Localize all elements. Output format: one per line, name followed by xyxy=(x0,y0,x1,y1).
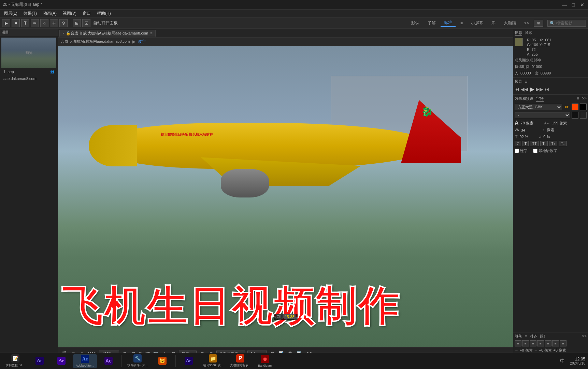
tab-audio[interactable]: 音频 xyxy=(525,30,532,36)
preview-forward[interactable]: ▶▶ xyxy=(536,86,543,92)
para-extra-icon[interactable]: >> xyxy=(582,334,587,339)
tab-effects[interactable]: 效果和预设 xyxy=(515,96,533,101)
taskbar-item-ae4[interactable]: Ae xyxy=(98,356,119,366)
tab-close-icon[interactable]: × xyxy=(62,31,64,35)
tab-align[interactable]: 对齐 xyxy=(530,334,537,339)
tool-extra[interactable]: ⊞ xyxy=(73,19,81,27)
menu-item-t[interactable]: 效果(T) xyxy=(21,10,40,17)
ligatures-checkbox[interactable]: 连字 xyxy=(515,148,528,153)
menu-item-h[interactable]: 帮助(H) xyxy=(94,10,114,17)
hindi-checkbox[interactable]: 印地语数字 xyxy=(533,148,557,153)
preview-panel-menu-icon[interactable]: ≡ xyxy=(525,79,527,84)
composition-tab[interactable]: × 🔒 合成 合成 大咖猫AE模板网aae.dakamao8.com ≡ xyxy=(59,30,156,37)
preview-viewport[interactable]: 祝大咖猫生日快乐 顺风顺水顺财神 🐉 飞机生日视频制作 CII 15-33 xyxy=(58,46,513,347)
tab-menu[interactable]: ≡ xyxy=(457,20,466,26)
tab-dakamao[interactable]: 大咖猫 xyxy=(500,19,519,27)
tab-para-menu[interactable]: ≡ xyxy=(525,334,527,339)
align-justify-all[interactable]: ≡ xyxy=(560,340,567,346)
tracking-value[interactable]: 159 像素 xyxy=(552,121,567,126)
tab-standard[interactable]: 标准 xyxy=(441,19,456,27)
indent-right2-value[interactable]: +0 像素 xyxy=(553,348,566,353)
preview-to-end[interactable]: ⏭ xyxy=(545,86,549,92)
align-left[interactable]: ≡ xyxy=(515,340,521,346)
tool-rect[interactable]: ■ xyxy=(12,19,20,27)
bandicam-icon: ⏺ xyxy=(261,355,269,363)
menu-item-[interactable]: 窗口 xyxy=(80,10,94,17)
timecode-c11: CII xyxy=(275,314,282,319)
indent-right-value[interactable]: +0 像素 xyxy=(539,348,552,353)
preview-play[interactable]: ▶ xyxy=(530,85,534,93)
effects-menu-icon[interactable]: ≡ xyxy=(577,96,579,101)
menu-item-v[interactable]: 视图(V) xyxy=(60,10,79,17)
taskbar-item-ae1[interactable]: Ae xyxy=(29,356,50,366)
tool-select[interactable]: ▶ xyxy=(2,19,10,27)
toolbar-separator xyxy=(70,20,70,27)
minimize-button[interactable]: — xyxy=(561,2,568,8)
font-name-select[interactable]: 方正大黑_GBK xyxy=(515,104,562,110)
style-super[interactable]: T↑ xyxy=(549,141,557,146)
taskbar-item-folder[interactable]: 📁 编号3308: 黄... xyxy=(200,354,226,368)
font-color-swatch[interactable] xyxy=(572,104,578,110)
tab-learn[interactable]: 了解 xyxy=(424,19,439,27)
align-justify-right[interactable]: ≡ xyxy=(552,340,559,346)
preview-to-start[interactable]: ⏮ xyxy=(515,86,519,92)
tab-paragraph[interactable]: 段落 xyxy=(515,334,522,339)
workspace-icon[interactable]: ⊞ xyxy=(534,20,543,27)
size-value[interactable]: 78 像素 xyxy=(521,121,533,126)
close-button[interactable]: ✕ xyxy=(579,2,585,8)
tab-info[interactable]: 信息 xyxy=(515,30,522,36)
tool-shape[interactable]: ◇ xyxy=(40,19,48,27)
color-chip2[interactable] xyxy=(580,112,587,119)
color-chip1[interactable] xyxy=(572,112,578,119)
indent-left-value[interactable]: +0 像素 xyxy=(520,348,533,353)
maximize-button[interactable]: □ xyxy=(570,2,576,8)
font-stroke-swatch[interactable] xyxy=(580,104,587,110)
align-justify-center[interactable]: ≡ xyxy=(545,340,551,346)
tab-follow[interactable]: 跟! xyxy=(540,334,545,339)
tab-menu-icon[interactable]: ≡ xyxy=(150,31,152,35)
leading-value[interactable]: 像素 xyxy=(547,127,554,133)
clock-date: 2024/8/10 xyxy=(570,361,586,365)
style-sub[interactable]: T↓ xyxy=(559,141,567,146)
style-caps[interactable]: TT xyxy=(530,141,539,146)
tab-more[interactable]: >> xyxy=(521,20,532,26)
style-smallcaps[interactable]: Tr xyxy=(540,141,548,146)
font-style-select[interactable]: - xyxy=(515,112,570,118)
preview-rewind[interactable]: ◀◀ xyxy=(521,86,528,92)
style-bold[interactable]: T xyxy=(522,141,529,146)
hindi-input[interactable] xyxy=(533,149,537,153)
menu-item-l[interactable]: 图层(L) xyxy=(1,10,20,17)
tab-library[interactable]: 库 xyxy=(488,19,499,27)
taskbar-item-recording[interactable]: 📝 录制教程.txt ... xyxy=(3,354,28,368)
taskbar-item-ae5[interactable]: Ae xyxy=(178,356,199,366)
align-right[interactable]: ≡ xyxy=(530,340,536,346)
tab-character[interactable]: 字符 xyxy=(536,96,544,101)
scale-v-value[interactable]: 0 % xyxy=(543,135,550,139)
scale-h-value[interactable]: 92 % xyxy=(520,135,528,139)
tool-pen[interactable]: ✏ xyxy=(31,19,39,27)
project-item-aep[interactable]: 1. aep 👥 xyxy=(1,68,56,75)
lang-indicator[interactable]: 中 xyxy=(560,358,565,364)
taskbar-item-bandicam[interactable]: ⏺ Bandicam xyxy=(255,354,275,368)
menu-item-a[interactable]: 动画(A) xyxy=(40,10,59,17)
taskbar-item-software[interactable]: 🔧 软件插件 - 大... xyxy=(125,354,151,368)
ligatures-input[interactable] xyxy=(515,149,519,153)
breadcrumb-action[interactable]: 改字 xyxy=(138,39,146,44)
tool-camera[interactable]: ⚲ xyxy=(59,19,68,27)
font-pencil-icon[interactable]: ✏ xyxy=(563,104,570,110)
style-italic[interactable]: T xyxy=(515,141,521,146)
align-justify-left[interactable]: ≡ xyxy=(537,340,544,346)
tool-anchor[interactable]: ✛ xyxy=(50,19,58,27)
tab-smallscreen[interactable]: 小屏幕 xyxy=(468,19,487,27)
tool-text[interactable]: T xyxy=(21,19,29,27)
taskbar-item-blog[interactable]: P 大咖猫博客.p... xyxy=(227,354,253,368)
va-value[interactable]: 34 xyxy=(521,128,525,132)
search-input[interactable] xyxy=(556,21,584,26)
taskbar-item-cat[interactable]: 🐱 xyxy=(152,356,173,366)
tab-default[interactable]: 默认 xyxy=(408,19,423,27)
auto-open-checkbox[interactable]: ☑ xyxy=(82,19,90,27)
effects-extra-icon[interactable]: >> xyxy=(582,96,587,101)
align-center[interactable]: ≡ xyxy=(522,340,529,346)
taskbar-item-ae2[interactable]: Ae xyxy=(51,356,72,366)
taskbar-item-ae3[interactable]: Ae Adobe After... xyxy=(73,354,97,368)
